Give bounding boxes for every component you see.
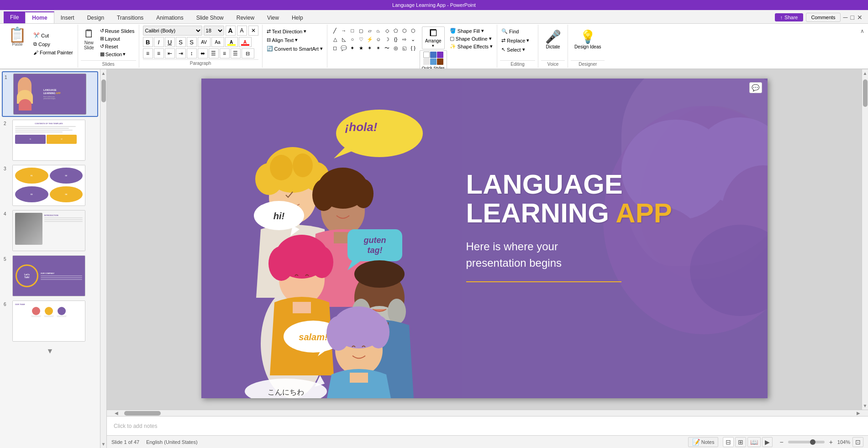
shape-star5[interactable]: ★ bbox=[357, 44, 365, 52]
shape-diamond[interactable]: ◇ bbox=[383, 26, 391, 35]
zoom-in-button[interactable]: + bbox=[827, 437, 835, 447]
design-ideas-button[interactable]: 💡 Design Ideas bbox=[571, 27, 605, 51]
tab-animations[interactable]: Animations bbox=[150, 12, 189, 23]
justify-button[interactable]: ☰ bbox=[231, 48, 241, 58]
shape-octagon[interactable]: ⬡ bbox=[409, 26, 417, 35]
char-spacing-button[interactable]: AV bbox=[198, 37, 210, 47]
italic-button[interactable]: I bbox=[154, 37, 164, 47]
maximize-icon[interactable]: □ bbox=[851, 14, 854, 21]
shape-line[interactable]: ╱ bbox=[331, 26, 339, 35]
shapes-palette[interactable]: ╱ → □ ▢ ▱ ⏢ ◇ ⬠ ⬡ ⬡ △ ◺ ○ ♡ ⚡ ☺ ☽ {} ⇨ bbox=[330, 26, 418, 53]
shape-pentagon[interactable]: ⬠ bbox=[392, 26, 400, 35]
tab-design[interactable]: Design bbox=[81, 12, 110, 23]
shape-star6[interactable]: ✶ bbox=[366, 44, 374, 52]
reuse-slides-button[interactable]: ↺ Reuse Slides bbox=[99, 27, 136, 34]
tab-view[interactable]: View bbox=[261, 12, 285, 23]
fit-slide-button[interactable]: ⊡ bbox=[852, 437, 863, 447]
replace-button[interactable]: ⇄ Replace ▾ bbox=[500, 37, 535, 44]
numbered-list-button[interactable]: ≡ bbox=[154, 48, 164, 58]
shape-effects-button[interactable]: ✨ Shape Effects ▾ bbox=[448, 43, 494, 50]
shape-donut[interactable]: ◎ bbox=[392, 44, 400, 52]
slide-thumb-4[interactable]: 4 INTRODUCTION bbox=[2, 209, 98, 253]
shape-triangle[interactable]: △ bbox=[331, 35, 339, 43]
clear-format-button[interactable]: ✕ bbox=[248, 26, 258, 36]
normal-view-button[interactable]: ⊟ bbox=[723, 437, 734, 447]
shape-rounded-rect[interactable]: ▢ bbox=[357, 26, 365, 35]
dictate-button[interactable]: 🎤 Dictate bbox=[542, 27, 565, 51]
scroll-right-button[interactable]: ▶ bbox=[855, 411, 862, 416]
quick-styles-button[interactable]: Quick Styles bbox=[420, 50, 447, 69]
font-size-select[interactable]: 18 bbox=[204, 26, 224, 36]
slide-thumb-3[interactable]: 3 01 02 03 04 bbox=[2, 163, 98, 207]
shape-snip[interactable]: ◱ bbox=[400, 44, 409, 52]
paste-button[interactable]: 📋 Paste bbox=[5, 26, 30, 48]
reading-view-button[interactable]: 📖 bbox=[747, 437, 761, 447]
shape-trapezoid[interactable]: ⏢ bbox=[374, 26, 383, 35]
shape-callout[interactable]: 💬 bbox=[340, 44, 348, 52]
shape-wave[interactable]: 〜 bbox=[383, 44, 391, 52]
tab-slideshow[interactable]: Slide Show bbox=[190, 12, 230, 23]
shape-parallelogram[interactable]: ▱ bbox=[366, 26, 374, 35]
tab-help[interactable]: Help bbox=[285, 12, 310, 23]
columns-button[interactable]: ⊟ bbox=[242, 48, 254, 58]
shape-moon[interactable]: ☽ bbox=[383, 35, 391, 43]
share-button[interactable]: ↑ Share bbox=[775, 13, 804, 21]
notes-area[interactable]: Click to add notes bbox=[107, 416, 868, 435]
shape-flowchart[interactable]: ◻ bbox=[331, 44, 339, 52]
slide-thumb-6[interactable]: 6 OUR TEAM bbox=[2, 299, 98, 343]
scroll-left-button[interactable]: ◀ bbox=[113, 411, 120, 416]
increase-font-button[interactable]: A bbox=[226, 26, 236, 36]
convert-smartart-button[interactable]: 🔄 Convert to SmartArt ▾ bbox=[265, 45, 324, 53]
slide-sorter-button[interactable]: ⊞ bbox=[735, 437, 746, 447]
shape-outline-button[interactable]: ▢ Shape Outline ▾ bbox=[448, 35, 494, 42]
tab-review[interactable]: Review bbox=[230, 12, 261, 23]
zoom-slider[interactable] bbox=[788, 441, 825, 443]
strikethrough-button[interactable]: S bbox=[176, 37, 186, 47]
minimize-icon[interactable]: ─ bbox=[843, 14, 848, 21]
scroll-up-button[interactable]: ▲ bbox=[862, 69, 868, 77]
vertical-scrollbar[interactable]: ▲ ▼ bbox=[862, 69, 868, 410]
find-button[interactable]: 🔍 Find bbox=[500, 27, 535, 35]
bold-button[interactable]: B bbox=[143, 37, 153, 47]
new-slide-button[interactable]: 🗒 NewSlide bbox=[81, 26, 97, 52]
tab-home[interactable]: Home bbox=[25, 11, 54, 23]
shape-star8[interactable]: ✴ bbox=[374, 44, 383, 52]
slide-thumb-5[interactable]: 5 Let'sTalk! OUR COMPANY bbox=[2, 254, 98, 298]
scroll-thumb[interactable] bbox=[863, 79, 868, 107]
shape-bracket[interactable]: {} bbox=[392, 35, 400, 43]
text-direction-button[interactable]: ⇄ Text Direction ▾ bbox=[265, 27, 324, 35]
shape-more[interactable]: ⌄ bbox=[409, 35, 417, 43]
horizontal-scrollbar[interactable]: ◀ ▶ bbox=[107, 410, 868, 416]
shape-rt-triangle[interactable]: ◺ bbox=[340, 35, 348, 43]
shape-fill-button[interactable]: 🪣 Shape Fill ▾ bbox=[448, 27, 494, 34]
font-case-button[interactable]: Aa bbox=[211, 37, 224, 47]
zoom-out-button[interactable]: − bbox=[777, 437, 785, 447]
shape-block-arrow[interactable]: ⇨ bbox=[400, 35, 409, 43]
decrease-font-button[interactable]: A bbox=[237, 26, 247, 36]
text-shadow-button[interactable]: S bbox=[187, 37, 197, 47]
panel-scroll-down[interactable]: ▼ bbox=[0, 345, 100, 358]
line-spacing-button[interactable]: ↕ bbox=[187, 48, 197, 58]
shape-ellipse[interactable]: ○ bbox=[348, 35, 357, 43]
section-button[interactable]: ▦ Section ▾ bbox=[99, 51, 136, 58]
font-color-button[interactable]: A bbox=[239, 37, 252, 47]
decrease-indent-button[interactable]: ⇤ bbox=[165, 48, 175, 58]
align-left-button[interactable]: ⬌ bbox=[198, 48, 208, 58]
slideshow-button[interactable]: ▶ bbox=[762, 437, 773, 447]
hscroll-thumb[interactable] bbox=[124, 411, 161, 416]
main-slide[interactable]: ¡hola! bbox=[201, 79, 768, 398]
copy-button[interactable]: ⧉ Copy bbox=[32, 40, 75, 48]
scroll-down-button[interactable]: ▼ bbox=[862, 402, 868, 410]
close-icon[interactable]: ✕ bbox=[857, 14, 863, 21]
cut-button[interactable]: ✂️ Cut bbox=[32, 32, 75, 39]
shape-brace[interactable]: { } bbox=[409, 44, 417, 52]
shape-hexagon[interactable]: ⬡ bbox=[400, 26, 409, 35]
notes-button[interactable]: 📝 Notes bbox=[688, 437, 719, 447]
align-right-button[interactable]: ≡ bbox=[220, 48, 230, 58]
slide-thumb-2[interactable]: 2 CONTENTS OF THIS TEMPLATE 01 02 bbox=[2, 118, 98, 162]
comments-button[interactable]: Comments bbox=[806, 13, 840, 22]
tab-file[interactable]: File bbox=[4, 11, 25, 23]
shape-smiley[interactable]: ☺ bbox=[374, 35, 383, 43]
increase-indent-button[interactable]: ⇥ bbox=[176, 48, 186, 58]
select-button[interactable]: ↖ Select ▾ bbox=[500, 46, 535, 53]
